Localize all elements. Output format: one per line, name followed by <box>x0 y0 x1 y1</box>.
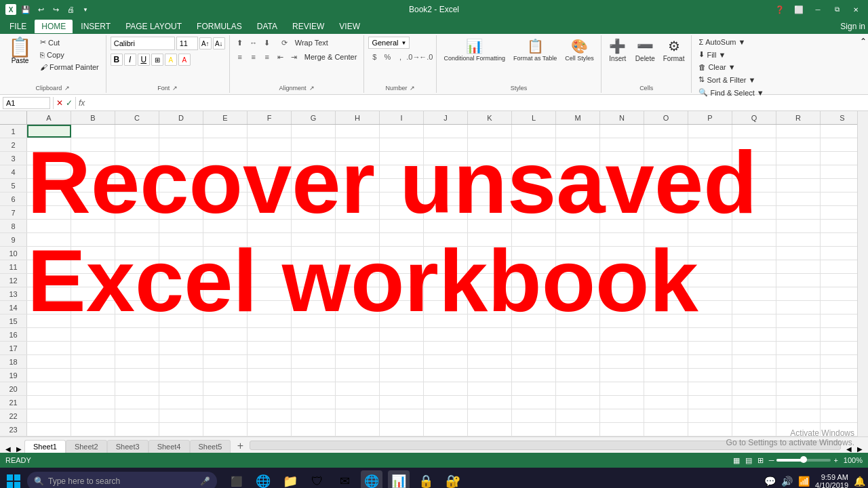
cell-K9[interactable] <box>468 233 512 246</box>
cell-F7[interactable] <box>248 206 292 219</box>
vpn2-icon[interactable]: 🔐 <box>442 470 464 488</box>
cell-E13[interactable] <box>203 287 248 300</box>
cell-Q19[interactable] <box>732 369 776 382</box>
cell-B6[interactable] <box>71 192 115 205</box>
cell-S20[interactable] <box>821 382 857 395</box>
conditional-formatting-btn[interactable]: 📊 Conditional Formatting <box>441 37 508 63</box>
cell-K17[interactable] <box>468 342 512 354</box>
cell-O12[interactable] <box>644 274 688 287</box>
cell-P3[interactable] <box>688 152 732 165</box>
cell-P14[interactable] <box>688 301 732 314</box>
cell-J14[interactable] <box>424 301 468 314</box>
cell-D21[interactable] <box>159 396 203 409</box>
cell-F14[interactable] <box>248 301 292 314</box>
cell-E4[interactable] <box>203 165 248 178</box>
align-top-btn[interactable]: ⬆ <box>234 37 246 49</box>
cell-C22[interactable] <box>115 409 159 422</box>
tab-view[interactable]: VIEW <box>332 20 367 33</box>
cell-L12[interactable] <box>512 274 556 287</box>
cell-M12[interactable] <box>556 274 600 287</box>
cell-M1[interactable] <box>556 125 600 138</box>
cell-C14[interactable] <box>115 301 159 314</box>
tab-home[interactable]: HOME <box>35 20 73 33</box>
row-number[interactable]: 9 <box>0 233 27 246</box>
cell-N17[interactable] <box>600 342 644 354</box>
cell-D6[interactable] <box>159 192 203 205</box>
orientation-btn[interactable]: ⟳ <box>279 37 291 49</box>
cell-K11[interactable] <box>468 260 512 273</box>
cell-Q17[interactable] <box>732 342 776 354</box>
cell-J5[interactable] <box>424 179 468 192</box>
cell-B13[interactable] <box>71 287 115 300</box>
cell-E9[interactable] <box>203 233 248 246</box>
cell-S8[interactable] <box>821 220 857 232</box>
cell-H10[interactable] <box>336 247 380 260</box>
cell-H14[interactable] <box>336 301 380 314</box>
cell-K23[interactable] <box>468 423 512 436</box>
horizontal-scrollbar[interactable] <box>250 441 841 450</box>
cell-N7[interactable] <box>600 206 644 219</box>
row-number[interactable]: 8 <box>0 220 27 232</box>
row-number[interactable]: 17 <box>0 342 27 354</box>
cell-Q9[interactable] <box>732 233 776 246</box>
mail-icon[interactable]: ✉ <box>334 470 355 488</box>
cell-H12[interactable] <box>336 274 380 287</box>
cell-G21[interactable] <box>292 396 336 409</box>
cell-P21[interactable] <box>688 396 732 409</box>
cell-P9[interactable] <box>688 233 732 246</box>
cell-P16[interactable] <box>688 328 732 341</box>
dec-decrease-btn[interactable]: ←.0 <box>420 51 432 63</box>
cell-I1[interactable] <box>380 125 424 138</box>
cell-P6[interactable] <box>688 192 732 205</box>
cell-E17[interactable] <box>203 342 248 354</box>
cell-L5[interactable] <box>512 179 556 192</box>
cell-Q3[interactable] <box>732 152 776 165</box>
cell-R12[interactable] <box>776 274 821 287</box>
cell-S22[interactable] <box>821 409 857 422</box>
cell-G3[interactable] <box>292 152 336 165</box>
cell-G9[interactable] <box>292 233 336 246</box>
cell-P23[interactable] <box>688 423 732 436</box>
time-display[interactable]: 9:59 AM 4/10/2019 <box>815 473 848 488</box>
cell-L13[interactable] <box>512 287 556 300</box>
cell-D22[interactable] <box>159 409 203 422</box>
col-c[interactable]: C <box>115 111 159 124</box>
cell-Q23[interactable] <box>732 423 776 436</box>
cell-G8[interactable] <box>292 220 336 232</box>
align-bottom-btn[interactable]: ⬇ <box>261 37 273 49</box>
cell-C19[interactable] <box>115 369 159 382</box>
normal-view-btn[interactable]: ▦ <box>733 456 740 465</box>
taskbar-search-box[interactable]: 🔍 Type here to search 🎤 <box>27 472 217 488</box>
cell-L10[interactable] <box>512 247 556 260</box>
volume-icon[interactable]: 🔊 <box>781 476 793 487</box>
cell-G16[interactable] <box>292 328 336 341</box>
cell-M21[interactable] <box>556 396 600 409</box>
cell-G11[interactable] <box>292 260 336 273</box>
cell-C10[interactable] <box>115 247 159 260</box>
cell-P13[interactable] <box>688 287 732 300</box>
decrease-indent-btn[interactable]: ⇤ <box>275 51 287 63</box>
cell-I20[interactable] <box>380 382 424 395</box>
cell-K7[interactable] <box>468 206 512 219</box>
cell-M15[interactable] <box>556 314 600 327</box>
fill-btn[interactable]: ⬇ Fill ▼ <box>696 49 728 60</box>
cell-A4[interactable] <box>27 165 71 178</box>
cell-G7[interactable] <box>292 206 336 219</box>
insert-btn[interactable]: ➕ Insert <box>606 37 630 64</box>
col-i[interactable]: I <box>380 111 424 124</box>
cell-E23[interactable] <box>203 423 248 436</box>
format-btn[interactable]: ⚙ Format <box>660 37 688 64</box>
comma-btn[interactable]: , <box>394 51 406 63</box>
cell-R4[interactable] <box>776 165 821 178</box>
cell-J16[interactable] <box>424 328 468 341</box>
print-qa-btn[interactable]: 🖨 <box>64 3 77 16</box>
decrease-font-btn[interactable]: A↓ <box>213 37 225 49</box>
find-select-btn[interactable]: 🔍 Find & Select ▼ <box>696 87 766 98</box>
select-all-btn[interactable] <box>0 111 27 125</box>
cell-H21[interactable] <box>336 396 380 409</box>
cell-E10[interactable] <box>203 247 248 260</box>
col-k[interactable]: K <box>468 111 512 124</box>
cell-L2[interactable] <box>512 138 556 151</box>
cell-F2[interactable] <box>248 138 292 151</box>
cell-C16[interactable] <box>115 328 159 341</box>
